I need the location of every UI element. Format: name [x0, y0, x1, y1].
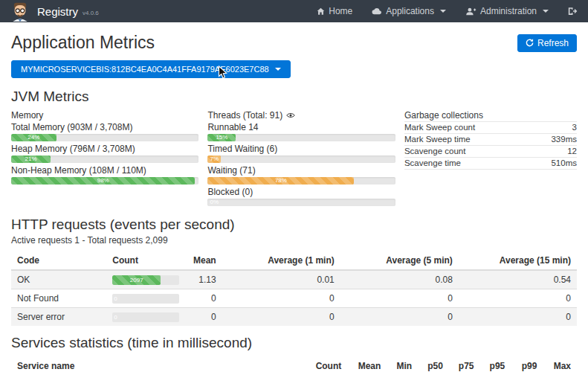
gc-row-mark-sweep-time: Mark Sweep time 339ms	[404, 134, 577, 146]
nonheap-memory-progressbar: 98%	[11, 177, 198, 185]
blocked-progressbar: 0%	[207, 199, 395, 206]
nav-home-label: Home	[329, 6, 352, 16]
jhipster-avatar-icon	[10, 2, 30, 22]
nav-applications[interactable]: Applications	[372, 6, 446, 16]
col-min: Min	[387, 357, 418, 372]
heap-memory-percent: 21%	[25, 155, 36, 163]
gc-value: 3	[572, 123, 577, 132]
refresh-label: Refresh	[537, 38, 569, 48]
jvm-metrics-heading: JVM Metrics	[11, 89, 577, 105]
threads-column: Threads (Total: 91) Runnable 14 15% Time…	[207, 110, 395, 209]
sign-out-icon	[568, 7, 578, 16]
col-p75: p75	[449, 357, 480, 372]
runnable-label: Runnable 14	[207, 123, 395, 132]
gc-row-scavenge-time: Scavenge time 510ms	[404, 158, 577, 170]
col-service-name: Service name	[11, 357, 310, 372]
col-code: Code	[11, 251, 106, 270]
code-cell: Not Found	[11, 289, 106, 308]
top-navbar: Registry v4.0.6 Home Applications Admini…	[0, 0, 588, 22]
services-statistics-table: Service name Count Mean Min p50 p75 p95 …	[11, 357, 577, 372]
memory-title: Memory	[11, 110, 198, 121]
avg15-cell: 0	[459, 308, 577, 327]
col-mean: Mean	[347, 357, 387, 372]
home-icon	[317, 7, 325, 16]
nonheap-memory-label: Non-Heap Memory (108M / 110M)	[11, 166, 198, 175]
count-value: 0	[114, 314, 117, 321]
runnable-percent: 15%	[216, 134, 227, 141]
nav-home[interactable]: Home	[317, 6, 352, 16]
gc-value: 510ms	[551, 158, 577, 167]
avg5-cell: 0.08	[340, 270, 459, 289]
col-max: Max	[543, 357, 577, 372]
avg1-cell: 0	[222, 308, 340, 327]
timed-waiting-progressbar: 7%	[207, 155, 395, 163]
page-title: Application Metrics	[11, 33, 155, 53]
brand[interactable]: Registry v4.0.6	[10, 1, 99, 22]
gc-row-scavenge-count: Scavenge count 12	[404, 146, 577, 158]
jvm-metrics-grid: Memory Total Memory (903M / 3,708M) 24% …	[11, 110, 577, 209]
col-mean: Mean	[185, 251, 222, 270]
timed-waiting-label: Timed Waiting (6)	[207, 144, 395, 153]
app-version: v4.0.6	[83, 10, 99, 16]
nav-administration[interactable]: Administration	[465, 6, 549, 16]
cloud-icon	[372, 7, 382, 15]
blocked-percent: 0%	[210, 199, 219, 206]
heap-memory-progressbar: 21%	[11, 155, 198, 163]
app-title: Registry	[37, 5, 78, 18]
avg5-cell: 0	[340, 289, 459, 308]
chevron-down-icon	[275, 68, 281, 71]
col-p95: p95	[480, 357, 511, 372]
refresh-button[interactable]: Refresh	[517, 34, 577, 52]
nonheap-memory-percent: 98%	[97, 177, 109, 185]
gc-row-mark-sweep-count: Mark Sweep count 3	[404, 122, 577, 134]
services-table-header-row: Service name Count Mean Min p50 p75 p95 …	[11, 357, 577, 372]
code-cell: OK	[11, 270, 106, 289]
memory-column: Memory Total Memory (903M / 3,708M) 24% …	[11, 110, 198, 209]
col-avg15: Average (15 min)	[459, 251, 577, 270]
nav-applications-label: Applications	[386, 6, 434, 16]
col-count: Count	[310, 357, 348, 372]
count-value: 2097	[130, 277, 143, 283]
services-statistics-heading: Services statistics (time in millisecond…	[11, 335, 577, 351]
total-memory-label: Total Memory (903M / 3,708M)	[11, 123, 198, 132]
count-progressbar: 0	[112, 312, 179, 322]
waiting-progressbar: 78%	[207, 177, 395, 185]
nav-administration-label: Administration	[480, 6, 537, 16]
http-requests-table: Code Count Mean Average (1 min) Average …	[11, 251, 577, 326]
eye-icon[interactable]	[286, 112, 295, 118]
nav-menu: Home Applications Administration	[317, 6, 578, 16]
mean-cell: 1.13	[185, 270, 222, 289]
gc-label: Scavenge time	[404, 158, 461, 167]
http-table-header-row: Code Count Mean Average (1 min) Average …	[11, 251, 577, 270]
total-memory-progressbar: 24%	[11, 134, 198, 141]
table-row-server-error: Server error 0 0 0 0 0	[11, 308, 577, 327]
waiting-label: Waiting (71)	[207, 166, 395, 175]
count-progressbar: 0	[112, 294, 179, 304]
chevron-down-icon	[440, 10, 446, 13]
avg15-cell: 0.54	[459, 270, 577, 289]
table-row-not-found: Not Found 0 0 0 0 0	[11, 289, 577, 308]
blocked-label: Blocked (0)	[207, 187, 395, 196]
instance-selector-label: MYMICROSERVICEBIS:812BC4EA0C4A41FFA9179A…	[21, 65, 269, 74]
gc-value: 12	[567, 147, 577, 155]
col-count: Count	[106, 251, 185, 270]
col-avg5: Average (5 min)	[340, 251, 459, 270]
count-value: 0	[114, 295, 117, 302]
mean-cell: 0	[185, 289, 222, 308]
gc-label: Mark Sweep count	[404, 123, 475, 132]
instance-selector-dropdown[interactable]: MYMICROSERVICEBIS:812BC4EA0C4A41FFA9179A…	[11, 60, 291, 78]
http-requests-heading: HTTP requests (events per second)	[11, 217, 577, 233]
runnable-progressbar: 15%	[207, 134, 395, 141]
nav-logout[interactable]	[568, 7, 578, 16]
mean-cell: 0	[185, 308, 222, 327]
table-row-ok: OK 2097 1.13 0.01 0.08 0.54	[11, 270, 577, 289]
code-cell: Server error	[11, 308, 106, 327]
user-plus-icon	[465, 7, 476, 16]
avg1-cell: 0.01	[222, 270, 340, 289]
gc-value: 339ms	[551, 135, 577, 144]
count-progressbar: 2097	[112, 275, 179, 285]
gc-title: Garbage collections	[404, 110, 577, 122]
gc-column: Garbage collections Mark Sweep count 3 M…	[404, 110, 577, 209]
total-memory-percent: 24%	[28, 134, 39, 141]
gc-label: Scavenge count	[404, 147, 465, 155]
